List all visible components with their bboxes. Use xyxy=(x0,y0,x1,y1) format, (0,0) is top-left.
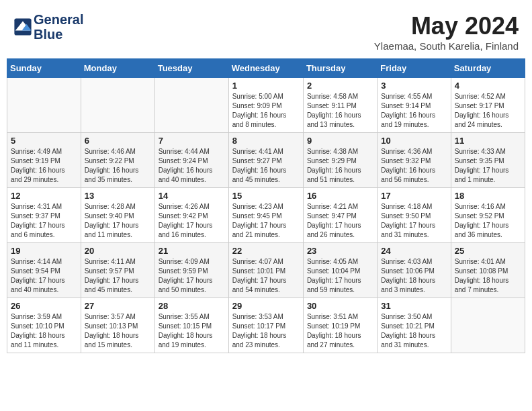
day-info: Sunrise: 4:52 AM Sunset: 9:17 PM Dayligh… xyxy=(455,92,521,130)
table-row: 1Sunrise: 5:00 AM Sunset: 9:09 PM Daylig… xyxy=(228,78,303,133)
day-info: Sunrise: 4:44 AM Sunset: 9:24 PM Dayligh… xyxy=(159,147,225,185)
table-row xyxy=(81,78,154,133)
table-row: 25Sunrise: 4:01 AM Sunset: 10:08 PM Dayl… xyxy=(451,243,525,298)
day-number: 15 xyxy=(232,191,300,201)
calendar-week-row: 1Sunrise: 5:00 AM Sunset: 9:09 PM Daylig… xyxy=(7,78,525,133)
day-info: Sunrise: 4:03 AM Sunset: 10:06 PM Daylig… xyxy=(381,257,447,295)
calendar-table: Sunday Monday Tuesday Wednesday Thursday… xyxy=(7,58,525,353)
logo: General Blue xyxy=(13,12,83,42)
title-block: May 2024 Ylaemaa, South Karelia, Finland xyxy=(374,12,519,52)
header-wednesday: Wednesday xyxy=(228,59,303,78)
table-row: 13Sunrise: 4:28 AM Sunset: 9:40 PM Dayli… xyxy=(81,188,154,243)
day-number: 18 xyxy=(455,191,521,201)
day-info: Sunrise: 4:01 AM Sunset: 10:08 PM Daylig… xyxy=(455,257,521,295)
month-title: May 2024 xyxy=(374,12,519,40)
day-number: 13 xyxy=(85,191,151,201)
day-number: 7 xyxy=(159,136,225,146)
table-row: 7Sunrise: 4:44 AM Sunset: 9:24 PM Daylig… xyxy=(154,133,228,188)
table-row: 9Sunrise: 4:38 AM Sunset: 9:29 PM Daylig… xyxy=(303,133,377,188)
day-number: 28 xyxy=(159,301,225,311)
table-row: 19Sunrise: 4:14 AM Sunset: 9:54 PM Dayli… xyxy=(7,243,81,298)
table-row: 26Sunrise: 3:59 AM Sunset: 10:10 PM Dayl… xyxy=(7,298,81,353)
day-info: Sunrise: 4:21 AM Sunset: 9:47 PM Dayligh… xyxy=(307,202,373,240)
day-number: 22 xyxy=(232,246,300,256)
day-info: Sunrise: 5:00 AM Sunset: 9:09 PM Dayligh… xyxy=(232,92,300,130)
header-saturday: Saturday xyxy=(451,59,525,78)
day-number: 9 xyxy=(307,136,373,146)
day-info: Sunrise: 4:16 AM Sunset: 9:52 PM Dayligh… xyxy=(455,202,521,240)
table-row xyxy=(7,78,81,133)
day-number: 30 xyxy=(307,301,373,311)
location-title: Ylaemaa, South Karelia, Finland xyxy=(374,40,519,52)
table-row: 27Sunrise: 3:57 AM Sunset: 10:13 PM Dayl… xyxy=(81,298,154,353)
table-row: 22Sunrise: 4:07 AM Sunset: 10:01 PM Dayl… xyxy=(228,243,303,298)
day-number: 26 xyxy=(11,301,77,311)
day-number: 16 xyxy=(307,191,373,201)
table-row: 6Sunrise: 4:46 AM Sunset: 9:22 PM Daylig… xyxy=(81,133,154,188)
day-info: Sunrise: 4:11 AM Sunset: 9:57 PM Dayligh… xyxy=(85,257,151,295)
day-info: Sunrise: 4:14 AM Sunset: 9:54 PM Dayligh… xyxy=(11,257,77,295)
logo-icon xyxy=(13,17,32,36)
day-info: Sunrise: 4:31 AM Sunset: 9:37 PM Dayligh… xyxy=(11,202,77,240)
day-number: 3 xyxy=(381,81,447,91)
table-row: 17Sunrise: 4:18 AM Sunset: 9:50 PM Dayli… xyxy=(378,188,451,243)
table-row: 5Sunrise: 4:49 AM Sunset: 9:19 PM Daylig… xyxy=(7,133,81,188)
header-friday: Friday xyxy=(378,59,451,78)
day-info: Sunrise: 4:58 AM Sunset: 9:11 PM Dayligh… xyxy=(307,92,373,130)
calendar-week-row: 19Sunrise: 4:14 AM Sunset: 9:54 PM Dayli… xyxy=(7,243,525,298)
day-info: Sunrise: 3:59 AM Sunset: 10:10 PM Daylig… xyxy=(11,312,77,350)
day-number: 20 xyxy=(85,246,151,256)
day-number: 21 xyxy=(159,246,225,256)
day-number: 14 xyxy=(159,191,225,201)
table-row: 18Sunrise: 4:16 AM Sunset: 9:52 PM Dayli… xyxy=(451,188,525,243)
day-number: 29 xyxy=(232,301,300,311)
day-number: 6 xyxy=(85,136,151,146)
table-row: 20Sunrise: 4:11 AM Sunset: 9:57 PM Dayli… xyxy=(81,243,154,298)
calendar-week-row: 26Sunrise: 3:59 AM Sunset: 10:10 PM Dayl… xyxy=(7,298,525,353)
day-info: Sunrise: 3:55 AM Sunset: 10:15 PM Daylig… xyxy=(159,312,225,350)
calendar-week-row: 5Sunrise: 4:49 AM Sunset: 9:19 PM Daylig… xyxy=(7,133,525,188)
day-info: Sunrise: 4:18 AM Sunset: 9:50 PM Dayligh… xyxy=(381,202,447,240)
day-info: Sunrise: 3:50 AM Sunset: 10:21 PM Daylig… xyxy=(381,312,447,350)
table-row: 28Sunrise: 3:55 AM Sunset: 10:15 PM Dayl… xyxy=(154,298,228,353)
table-row: 4Sunrise: 4:52 AM Sunset: 9:17 PM Daylig… xyxy=(451,78,525,133)
day-number: 25 xyxy=(455,246,521,256)
day-info: Sunrise: 4:07 AM Sunset: 10:01 PM Daylig… xyxy=(232,257,300,295)
header-thursday: Thursday xyxy=(303,59,377,78)
table-row: 23Sunrise: 4:05 AM Sunset: 10:04 PM Dayl… xyxy=(303,243,377,298)
day-info: Sunrise: 4:05 AM Sunset: 10:04 PM Daylig… xyxy=(307,257,373,295)
day-info: Sunrise: 4:26 AM Sunset: 9:42 PM Dayligh… xyxy=(159,202,225,240)
day-info: Sunrise: 3:57 AM Sunset: 10:13 PM Daylig… xyxy=(85,312,151,350)
table-row xyxy=(451,298,525,353)
table-row: 24Sunrise: 4:03 AM Sunset: 10:06 PM Dayl… xyxy=(378,243,451,298)
day-info: Sunrise: 4:09 AM Sunset: 9:59 PM Dayligh… xyxy=(159,257,225,295)
header-sunday: Sunday xyxy=(7,59,81,78)
day-info: Sunrise: 3:51 AM Sunset: 10:19 PM Daylig… xyxy=(307,312,373,350)
day-number: 5 xyxy=(11,136,77,146)
table-row: 15Sunrise: 4:23 AM Sunset: 9:45 PM Dayli… xyxy=(228,188,303,243)
table-row: 29Sunrise: 3:53 AM Sunset: 10:17 PM Dayl… xyxy=(228,298,303,353)
table-row: 3Sunrise: 4:55 AM Sunset: 9:14 PM Daylig… xyxy=(378,78,451,133)
day-info: Sunrise: 4:41 AM Sunset: 9:27 PM Dayligh… xyxy=(232,147,300,185)
day-number: 19 xyxy=(11,246,77,256)
header-monday: Monday xyxy=(81,59,154,78)
day-info: Sunrise: 4:36 AM Sunset: 9:32 PM Dayligh… xyxy=(381,147,447,185)
table-row: 30Sunrise: 3:51 AM Sunset: 10:19 PM Dayl… xyxy=(303,298,377,353)
day-info: Sunrise: 4:23 AM Sunset: 9:45 PM Dayligh… xyxy=(232,202,300,240)
day-number: 31 xyxy=(381,301,447,311)
table-row: 16Sunrise: 4:21 AM Sunset: 9:47 PM Dayli… xyxy=(303,188,377,243)
day-number: 1 xyxy=(232,81,300,91)
table-row: 2Sunrise: 4:58 AM Sunset: 9:11 PM Daylig… xyxy=(303,78,377,133)
table-row: 12Sunrise: 4:31 AM Sunset: 9:37 PM Dayli… xyxy=(7,188,81,243)
weekday-header-row: Sunday Monday Tuesday Wednesday Thursday… xyxy=(7,59,525,78)
day-number: 4 xyxy=(455,81,521,91)
day-number: 2 xyxy=(307,81,373,91)
page-header: General Blue May 2024 Ylaemaa, South Kar… xyxy=(7,7,525,54)
day-number: 27 xyxy=(85,301,151,311)
day-info: Sunrise: 4:38 AM Sunset: 9:29 PM Dayligh… xyxy=(307,147,373,185)
day-info: Sunrise: 4:33 AM Sunset: 9:35 PM Dayligh… xyxy=(455,147,521,185)
day-info: Sunrise: 4:46 AM Sunset: 9:22 PM Dayligh… xyxy=(85,147,151,185)
day-info: Sunrise: 4:49 AM Sunset: 9:19 PM Dayligh… xyxy=(11,147,77,185)
day-number: 10 xyxy=(381,136,447,146)
day-info: Sunrise: 4:28 AM Sunset: 9:40 PM Dayligh… xyxy=(85,202,151,240)
